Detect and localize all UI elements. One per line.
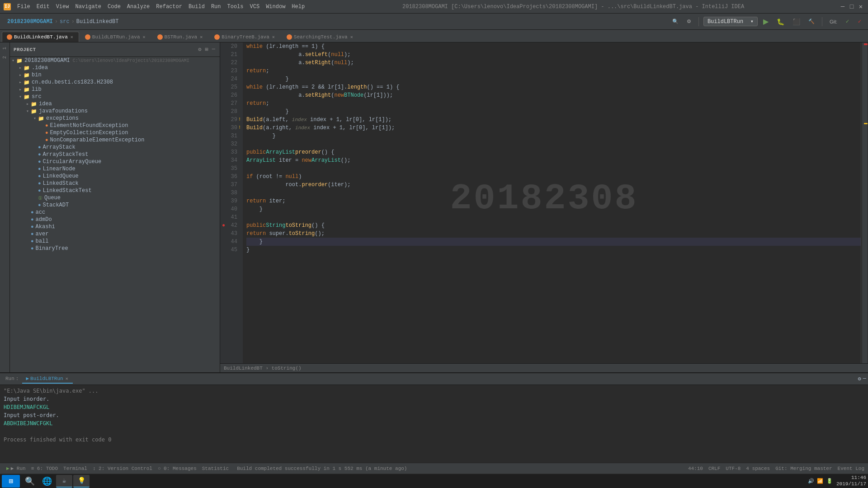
tree-item-binarytree[interactable]: ●BinaryTree (10, 245, 220, 252)
code-line-29[interactable]: Build(a.left, index index + 1, lr[0], lr… (246, 116, 861, 124)
menu-code[interactable]: Code (105, 3, 123, 11)
code-line-42[interactable]: public String toString() { (246, 221, 861, 230)
code-line-39[interactable]: return iter; (246, 197, 861, 205)
code-line-40[interactable]: } (246, 205, 861, 213)
status-run[interactable]: ▶ ▶ Run (4, 465, 28, 471)
debug-button[interactable]: 🐛 (774, 17, 787, 27)
tree-item-arraystack[interactable]: ●ArrayStack (10, 144, 220, 151)
tab-close-4[interactable]: ✕ (349, 34, 354, 40)
code-line-36[interactable]: if (root != null) (246, 173, 861, 181)
tree-item-akashi[interactable]: ●Akashi (10, 223, 220, 230)
tree-item-queue[interactable]: ①Queue (10, 194, 220, 202)
tree-item-cn.edu.besti.cs1823.h2308[interactable]: ▸📁cn.edu.besti.cs1823.H2308 (10, 79, 220, 86)
tree-item-aver[interactable]: ●aver (10, 230, 220, 238)
code-line-37[interactable]: root.preorder(iter); (246, 181, 861, 189)
code-line-23[interactable]: return; (246, 67, 861, 75)
tree-item-elementnotfoundexception[interactable]: ●ElementNotFoundException (10, 122, 220, 129)
bottom-panel-controls[interactable]: ⚙ ─ (858, 375, 866, 382)
toolbar-search[interactable]: 🔍 (670, 17, 681, 26)
menu-file[interactable]: File (14, 3, 33, 11)
toolbar-settings[interactable]: ⚙ (684, 17, 694, 26)
tab-binary-tree-b[interactable]: BinaryTreeB.java ✕ (209, 32, 281, 42)
code-line-22[interactable]: a.setRight(null); (246, 59, 861, 67)
git-check[interactable]: ✓ (843, 17, 852, 26)
status-vcs[interactable]: ↕ 2: Version Control (90, 466, 155, 471)
code-line-24[interactable]: } (246, 75, 861, 83)
code-line-35[interactable] (246, 164, 861, 173)
tree-item-src[interactable]: ▾📁src (10, 93, 220, 100)
tree-item-admdo[interactable]: ●admDo (10, 216, 220, 223)
tab-build-lbt-run[interactable]: BuildLBTRun.java ✕ (80, 32, 151, 42)
window-controls[interactable]: ─ □ ✕ (839, 3, 864, 10)
tree-item-exceptions[interactable]: ▾📁exceptions (10, 115, 220, 122)
tab-build-linked-bt[interactable]: BuildLinkedBT.java ✕ (2, 32, 79, 42)
code-line-31[interactable]: } (246, 132, 861, 140)
status-messages[interactable]: ○ 0: Messages (155, 466, 199, 471)
sidebar-gear-icon[interactable]: ⚙ (197, 45, 202, 54)
run-button[interactable]: ▶ (760, 16, 771, 27)
tab-close-3[interactable]: ✕ (271, 34, 276, 40)
taskbar-java[interactable]: ☕ (56, 475, 72, 488)
code-line-38[interactable] (246, 189, 861, 197)
code-line-28[interactable]: } (246, 108, 861, 116)
menu-edit[interactable]: Edit (34, 3, 52, 11)
code-line-30[interactable]: Build(a.right, index index + 1, lr[0], l… (246, 124, 861, 132)
tree-item-circulararrayqueue[interactable]: ●CircularArrayQueue (10, 158, 220, 165)
tree-item-linkedstack[interactable]: ●LinkedStack (10, 180, 220, 187)
menu-analyze[interactable]: Analyze (124, 3, 152, 11)
code-line-45[interactable]: } (246, 246, 861, 254)
tree-item-javafoundations[interactable]: ▾📁javafoundations (10, 108, 220, 115)
close-button[interactable]: ✕ (857, 3, 864, 10)
tree-item-.idea[interactable]: ▸📁.idea (10, 64, 220, 71)
tree-item-linearnode[interactable]: ●LinearNode (10, 165, 220, 173)
code-line-26[interactable]: a.setRight(new BTNode(lr[1])); (246, 91, 861, 99)
status-todo[interactable]: ≡ 6: TODO (28, 466, 61, 471)
code-line-43[interactable]: return super.toString(); (246, 230, 861, 238)
run-tab-close[interactable]: ✕ (65, 375, 69, 382)
code-editor[interactable]: 20182308 while (lr.length == 1) { a.setL… (243, 42, 861, 363)
tree-item-linkedstacktest[interactable]: ●LinkedStackTest (10, 187, 220, 194)
bottom-tab-run-header[interactable]: Run: (2, 375, 22, 383)
status-statistic[interactable]: Statistic (199, 466, 231, 471)
taskbar-browser[interactable]: 🌐 (39, 475, 55, 488)
menu-bar[interactable]: File Edit View Navigate Code Analyze Ref… (14, 3, 307, 11)
code-line-21[interactable]: a.setLeft(null); (246, 51, 861, 59)
run-config-selector[interactable]: BuildLBTRun ▾ (703, 17, 758, 26)
taskbar-intellij[interactable]: 💡 (73, 475, 90, 488)
tree-item-arraystacktest[interactable]: ●ArrayStackTest (10, 151, 220, 158)
tab-searching-test[interactable]: SearchingTest.java ✕ (282, 32, 359, 42)
tree-item-emptycollectionexception[interactable]: ●EmptyCollectionException (10, 129, 220, 136)
hide-icon[interactable]: ─ (863, 375, 866, 382)
tree-item-linkedqueue[interactable]: ●LinkedQueue (10, 173, 220, 180)
menu-build[interactable]: Build (186, 3, 208, 11)
minimize-button[interactable]: ─ (839, 3, 846, 10)
tree-item-idea[interactable]: ▸📁idea (10, 100, 220, 108)
code-line-32[interactable] (246, 140, 861, 148)
tab-close-2[interactable]: ✕ (199, 34, 203, 40)
code-line-20[interactable]: while (lr.length == 1) { (246, 42, 861, 51)
sidebar-tools[interactable]: ⚙ ⊞ ─ (197, 45, 216, 54)
code-line-33[interactable]: public ArrayList preorder() { (246, 148, 861, 156)
menu-view[interactable]: View (53, 3, 72, 11)
tree-item-20182308mogami[interactable]: ▾📁20182308MOGAMIC:\Users\lenovo\IdeaProj… (10, 57, 220, 64)
tree-item-acc[interactable]: ●acc (10, 209, 220, 216)
start-button[interactable]: ⊞ (2, 475, 20, 488)
settings-icon[interactable]: ⚙ (858, 375, 861, 382)
git-x[interactable]: ✓ (855, 17, 864, 26)
taskbar-search[interactable]: 🔍 (22, 475, 38, 488)
menu-window[interactable]: Window (263, 3, 288, 11)
menu-refactor[interactable]: Refactor (153, 3, 185, 11)
tree-item-stackadt[interactable]: ●StackADT (10, 202, 220, 209)
tree-item-lib[interactable]: ▸📁lib (10, 86, 220, 93)
tree-item-ball[interactable]: ●ball (10, 238, 220, 245)
code-line-34[interactable]: ArrayList iter = new ArrayList(); (246, 156, 861, 164)
menu-run[interactable]: Run (208, 3, 224, 11)
left-tab-2[interactable]: 2 (1, 53, 9, 61)
code-line-25[interactable]: while (lr.length == 2 && lr[1].length() … (246, 83, 861, 91)
project-tree[interactable]: ▾📁20182308MOGAMIC:\Users\lenovo\IdeaProj… (10, 57, 220, 372)
tab-bst-run[interactable]: BSTRun.java ✕ (152, 32, 209, 42)
maximize-button[interactable]: □ (848, 3, 855, 10)
bottom-tab-run[interactable]: ▶ BuildLBTRun ✕ (22, 375, 72, 384)
event-log-link[interactable]: Event Log (838, 466, 864, 471)
menu-help[interactable]: Help (289, 3, 307, 11)
